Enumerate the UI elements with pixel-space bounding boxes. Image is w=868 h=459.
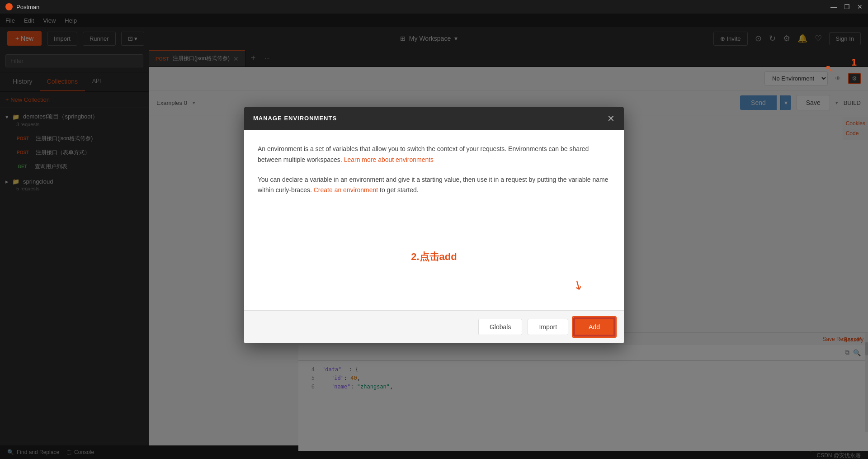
- annotation-1-arrow: ↗: [825, 62, 834, 75]
- globals-button[interactable]: Globals: [478, 319, 522, 335]
- annotation-2-container: 2.点击add ↘: [258, 250, 610, 292]
- modal-text-1: An environment is a set of variables tha…: [258, 144, 610, 166]
- modal-text-2: You can declare a variable in an environ…: [258, 175, 610, 196]
- modal-text-2-content: You can declare a variable in an environ…: [258, 176, 608, 194]
- modal-header: MANAGE ENVIRONMENTS ✕: [244, 107, 624, 130]
- modal-overlay[interactable]: MANAGE ENVIRONMENTS ✕ An environment is …: [0, 14, 868, 459]
- modal-body: An environment is a set of variables tha…: [244, 130, 624, 310]
- manage-environments-modal: MANAGE ENVIRONMENTS ✕ An environment is …: [244, 107, 624, 343]
- app-logo: [5, 3, 13, 10]
- minimize-button[interactable]: —: [830, 3, 837, 10]
- add-button-wrapper: Add: [574, 318, 615, 336]
- close-button[interactable]: ✕: [857, 3, 863, 10]
- maximize-button[interactable]: ❐: [844, 3, 850, 10]
- title-bar: Postman — ❐ ✕: [0, 0, 868, 14]
- add-button[interactable]: Add: [574, 318, 615, 336]
- modal-text-3-content: to get started.: [380, 186, 419, 194]
- modal-title: MANAGE ENVIRONMENTS: [253, 115, 337, 122]
- annotation-2-text: 2.点击add: [411, 250, 457, 264]
- create-env-link[interactable]: Create an environment: [314, 186, 378, 194]
- annotation-1-text: 1: [851, 57, 857, 68]
- import-modal-button[interactable]: Import: [528, 319, 568, 335]
- app-name: Postman: [16, 4, 39, 10]
- learn-more-link[interactable]: Learn more about environments: [344, 156, 434, 163]
- modal-footer: Globals Import Add: [244, 310, 624, 343]
- title-bar-controls[interactable]: — ❐ ✕: [830, 3, 863, 10]
- modal-close-button[interactable]: ✕: [607, 114, 615, 123]
- arrow-2-icon: ↘: [570, 276, 586, 294]
- title-bar-left: Postman: [5, 3, 39, 10]
- arrow-2-container: ↘: [258, 277, 610, 292]
